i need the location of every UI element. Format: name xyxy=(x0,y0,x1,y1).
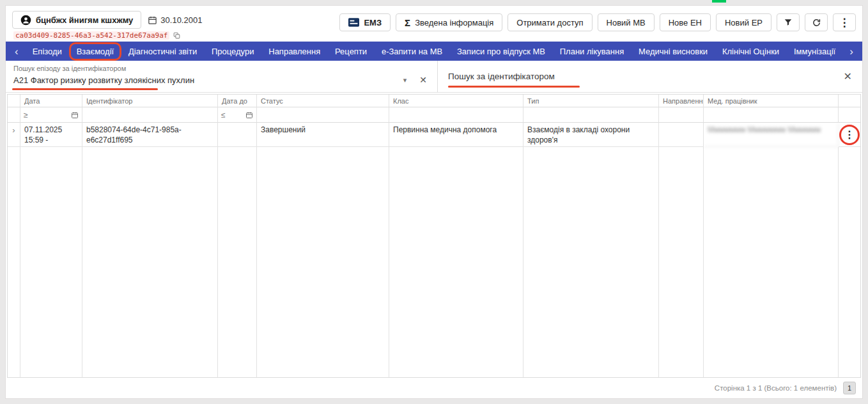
annotation-underline-episode-search xyxy=(12,88,158,91)
col-header-date-to[interactable]: Дата до xyxy=(218,95,257,107)
cell-type: Взаємодія в закладі охорони здоров'я xyxy=(523,123,659,147)
clear-episode-filter-button[interactable]: ✕ xyxy=(419,75,427,85)
filter-cell-practitioner[interactable] xyxy=(704,107,839,123)
new-er-button[interactable]: Новий ЕР xyxy=(716,13,771,31)
tab-prescriptions[interactable]: Рецепти xyxy=(335,47,367,56)
date-from-operator: ≥ xyxy=(24,111,28,120)
date-to-picker-icon[interactable] xyxy=(245,111,253,119)
main-content: бцнбжх йнигям кшхжму 30.10.2001 ca03d409… xyxy=(5,5,863,399)
episode-search-value[interactable]: А21 Фактор ризику розвитку злоякісних пу… xyxy=(13,75,403,85)
filter-cell-date-to[interactable]: ≤ xyxy=(218,107,257,123)
new-mv-label: Новий МВ xyxy=(607,18,646,27)
funnel-icon xyxy=(784,18,793,27)
table-filler-cell xyxy=(389,147,523,377)
tab-procedures[interactable]: Процедури xyxy=(212,47,254,56)
date-from-picker-icon[interactable] xyxy=(71,111,79,119)
app-window: бцнбжх йнигям кшхжму 30.10.2001 ca03d409… xyxy=(0,0,868,404)
date-to-operator: ≤ xyxy=(221,111,226,120)
cell-actions: ⋮ xyxy=(839,123,860,147)
episode-search-label: Пошук епізоду за ідентифікатором xyxy=(13,65,430,72)
filter-cell-identifier[interactable] xyxy=(82,107,218,123)
tab-clinical-assessments[interactable]: Клінічні Оцінки xyxy=(722,47,779,56)
col-header-expander xyxy=(8,95,20,107)
cell-date: 07.11.2025 15:59 - 07.11.2025 16:19 xyxy=(20,123,82,147)
emz-button[interactable]: ЕМЗ xyxy=(339,13,391,31)
filter-button[interactable] xyxy=(777,13,800,31)
page-1-button[interactable]: 1 xyxy=(843,382,856,394)
new-en-label: Нове ЕН xyxy=(669,18,702,27)
close-search-button[interactable]: ✕ xyxy=(844,70,852,82)
filter-cell-type[interactable] xyxy=(523,107,659,123)
filter-cell-date[interactable]: ≥ xyxy=(20,107,82,123)
col-header-identifier[interactable]: Ідентифікатор xyxy=(82,95,218,107)
tab-immunizations[interactable]: Іммунізації xyxy=(794,47,835,56)
tab-interactions[interactable]: Взаємодії xyxy=(77,47,114,56)
table-filler-cell xyxy=(8,147,20,377)
col-header-class[interactable]: Клас xyxy=(389,95,523,107)
refresh-button[interactable] xyxy=(805,13,828,31)
patient-name: бцнбжх йнигям кшхжму xyxy=(36,15,133,25)
refresh-icon xyxy=(812,18,821,27)
patient-button[interactable]: бцнбжх йнигям кшхжму xyxy=(12,11,141,29)
new-en-button[interactable]: Нове ЕН xyxy=(660,13,711,31)
col-header-referral[interactable]: Направлення xyxy=(659,95,704,107)
cell-identifier: b5828074-64de-4c71-985a-e6c27d1ff695 xyxy=(82,123,218,147)
module-nav-bar: ‹ Епізоди Взаємодії Діагностичні звіти П… xyxy=(6,42,862,61)
sigma-icon: Σ xyxy=(405,18,410,27)
copy-icon[interactable] xyxy=(173,31,181,40)
cell-referral xyxy=(659,123,704,147)
person-icon xyxy=(20,15,31,26)
identifier-search-label[interactable]: Пошук за ідентифікатором xyxy=(448,72,555,81)
col-header-status[interactable]: Статус xyxy=(257,95,389,107)
get-access-button[interactable]: Отримати доступ xyxy=(508,13,592,31)
more-button[interactable]: ⋮ xyxy=(833,13,856,31)
tab-care-plans[interactable]: Плани лікування xyxy=(560,47,624,56)
row-expand-icon[interactable]: › xyxy=(8,123,20,147)
table-filler-cell xyxy=(82,147,218,377)
table-filler-cell xyxy=(839,147,860,377)
annotation-underline-identifier-search xyxy=(448,86,580,88)
table-filler-cell xyxy=(704,147,839,377)
cell-practitioner-redacted: Ммммммм Ммммммм Мммммм xyxy=(704,123,839,147)
tab-interactions-label: Взаємодії xyxy=(77,47,114,56)
filter-cell-status[interactable] xyxy=(257,107,389,123)
row-actions-button[interactable]: ⋮ xyxy=(844,128,855,142)
filter-cell-expander xyxy=(8,107,20,123)
header-actions: ЕМЗ Σ Зведена інформація Отримати доступ… xyxy=(339,13,856,42)
filter-cell-class[interactable] xyxy=(389,107,523,123)
col-header-actions xyxy=(839,95,860,107)
pagination-summary: Сторінка 1 з 1 (Всього: 1 елементів) xyxy=(715,384,837,392)
birth-date-block: 30.10.2001 xyxy=(148,15,202,25)
summary-info-button[interactable]: Σ Зведена інформація xyxy=(396,13,502,31)
encounters-table: Дата Ідентифікатор Дата до Статус Клас Т… xyxy=(7,94,861,378)
tab-diagnostic-reports[interactable]: Діагностичні звіти xyxy=(128,47,197,56)
col-header-date[interactable]: Дата xyxy=(20,95,82,107)
pagination-footer: Сторінка 1 з 1 (Всього: 1 елементів) 1 xyxy=(6,378,862,398)
filter-cell-referral[interactable] xyxy=(659,107,704,123)
table-filler-cell xyxy=(659,147,704,377)
birth-date: 30.10.2001 xyxy=(160,15,202,25)
nav-scroll-left-button[interactable]: ‹ xyxy=(12,46,21,57)
tab-mv-dispense-records[interactable]: Записи про відпуск МВ xyxy=(457,47,545,56)
tab-e-requests-mv[interactable]: е-Запити на МВ xyxy=(382,47,442,56)
cell-status: Завершений xyxy=(257,123,389,147)
cell-class: Первинна медична допомога xyxy=(389,123,523,147)
tab-medical-conclusions[interactable]: Медичні висновки xyxy=(639,47,708,56)
patient-info-block: бцнбжх йнигям кшхжму 30.10.2001 ca03d409… xyxy=(12,11,202,42)
nav-scroll-right-button[interactable]: › xyxy=(847,46,856,57)
filter-cell-actions xyxy=(839,107,860,123)
tab-episodes[interactable]: Епізоди xyxy=(33,47,62,56)
calendar-icon xyxy=(148,15,157,25)
new-er-label: Новий ЕР xyxy=(725,18,763,27)
dropdown-caret-icon[interactable]: ▾ xyxy=(403,76,407,84)
cell-date-to xyxy=(218,123,257,147)
new-mv-button[interactable]: Новий МВ xyxy=(598,13,655,31)
table-filler-cell xyxy=(523,147,659,377)
table-filler-cell xyxy=(257,147,389,377)
col-header-practitioner[interactable]: Мед. працівник xyxy=(704,95,839,107)
table-filler-cell xyxy=(20,147,82,377)
identifier-search-panel: Пошук за ідентифікатором ✕ xyxy=(438,61,862,92)
col-header-type[interactable]: Тип xyxy=(523,95,659,107)
tab-referrals[interactable]: Направлення xyxy=(268,47,320,56)
top-bar: бцнбжх йнигям кшхжму 30.10.2001 ca03d409… xyxy=(6,6,862,42)
